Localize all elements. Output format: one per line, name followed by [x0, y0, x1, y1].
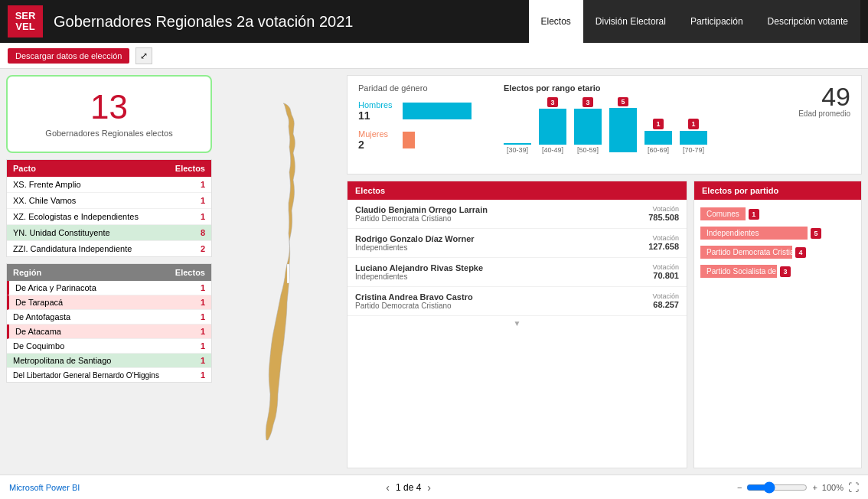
pactos-row-2: XZ. Ecologistas e Independientes 1	[7, 209, 211, 225]
region-header: Región Electos	[7, 264, 211, 281]
electo-name-1: Rodrigo Gonzalo Díaz Worner	[355, 234, 475, 243]
right-panel: Paridad de género Hombres 11 Mujeres 2	[341, 69, 868, 475]
pactos-row-0: XS. Frente Amplio 1	[7, 177, 211, 193]
partido-badge-1: 5	[811, 228, 821, 239]
servel-logo: SER VEL	[8, 5, 43, 38]
partido-badge-0: 1	[749, 209, 759, 220]
download-button[interactable]: Descargar datos de elección	[8, 48, 129, 64]
partido-bar-label-0: Comunes	[706, 210, 739, 218]
mujeres-count: 2	[358, 139, 396, 151]
age-bar-50-59-left: 3 [50-59]	[574, 97, 602, 154]
electo-party-1: Independientes	[355, 243, 475, 252]
electo-votes-label-1: Votación	[648, 234, 679, 242]
partido-badge-3: 3	[780, 266, 791, 277]
age-bar-70-79: 1 [70-79]	[680, 97, 707, 154]
map-panel	[218, 69, 341, 475]
footer: Microsoft Power BI ‹ 1 de 4 › − + 100% ⛶	[0, 475, 868, 499]
age-badge-3: 3	[547, 97, 558, 107]
age-bars: [30-39] 3 [40-49] 3 [50-59]	[504, 97, 782, 166]
avg-section: 49 Edad promedio	[789, 83, 850, 166]
zoom-slider[interactable]	[746, 481, 808, 494]
hombres-count: 11	[358, 109, 396, 122]
avg-number: 49	[789, 83, 850, 109]
gender-section: Paridad de género Hombres 11 Mujeres 2	[358, 83, 496, 166]
left-panel: 13 Gobernadores Regionales electos Pacto…	[0, 69, 218, 475]
main-content: 13 Gobernadores Regionales electos Pacto…	[0, 69, 868, 475]
footer-right: − + 100% ⛶	[737, 481, 859, 494]
region-row-5: Metropolitana de Santiago 1	[7, 354, 211, 368]
mujeres-row: Mujeres 2	[358, 129, 496, 151]
age-bar-60-69: 1 [60-69]	[644, 97, 672, 154]
pactos-header: Pacto Electos	[7, 160, 211, 177]
age-badge-3b: 3	[582, 97, 593, 107]
age-bar-30-39: [30-39]	[504, 97, 531, 154]
electo-party-2: Independientes	[355, 272, 483, 281]
partido-row-0: Comunes 1	[700, 207, 855, 220]
electo-votes-label-3: Votación	[652, 292, 679, 300]
electo-party-0: Partido Democrata Cristiano	[355, 214, 488, 223]
zoom-minus[interactable]: −	[737, 483, 742, 492]
region-row-0: De Arica y Parinacota 1	[7, 281, 211, 295]
electo-votes-1: 127.658	[648, 242, 679, 251]
powerbi-link[interactable]: Microsoft Power BI	[9, 483, 80, 492]
pactos-row-3: YN. Unidad Constituyente 8	[7, 225, 211, 241]
tab-division-electoral[interactable]: División Electoral	[583, 0, 678, 43]
hombres-bar	[403, 103, 472, 119]
electo-item-2: Luciano Alejandro Rivas Stepke Independi…	[348, 258, 687, 287]
age-badge-1b: 1	[688, 119, 699, 129]
electos-header: Electos	[348, 181, 687, 200]
toolbar: Descargar datos de elección ⤢	[0, 43, 868, 69]
top-charts: Paridad de género Hombres 11 Mujeres 2	[347, 75, 862, 174]
age-chart-title: Electos por rango etario	[504, 83, 782, 93]
electo-name-0: Claudio Benjamin Orrego Larrain	[355, 205, 488, 214]
electo-votes-label-0: Votación	[648, 205, 679, 213]
region-row-6: Del Libertador General Bernardo O'Higgin…	[7, 368, 211, 382]
tab-descripcion[interactable]: Descripción votante	[755, 0, 860, 43]
partido-row-1: Independientes 5	[700, 227, 855, 240]
age-bar-40-49: 3 [40-49]	[539, 97, 566, 154]
tab-electos[interactable]: Electos	[529, 0, 583, 43]
fullscreen-icon[interactable]: ⛶	[848, 481, 859, 494]
region-row-1: De Tarapacá 1	[7, 295, 211, 310]
scroll-more: ▼	[348, 316, 687, 331]
prev-page-arrow[interactable]: ‹	[386, 481, 390, 494]
avg-label: Edad promedio	[789, 109, 850, 118]
region-row-2: De Antofagasta 1	[7, 310, 211, 325]
pactos-table: Pacto Electos XS. Frente Amplio 1 XX. Ch…	[6, 159, 212, 257]
electo-party-3: Partido Democrata Cristiano	[355, 302, 473, 310]
electo-votes-2: 70.801	[652, 271, 679, 280]
region-table: Región Electos De Arica y Parinacota 1 D…	[6, 263, 212, 383]
gender-title: Paridad de género	[358, 83, 496, 93]
header: SER VEL Gobernadores Regionales 2a votac…	[0, 0, 868, 43]
electo-item-0: Claudio Benjamin Orrego Larrain Partido …	[348, 200, 687, 229]
electo-votes-label-2: Votación	[652, 263, 679, 271]
big-number-card: 13 Gobernadores Regionales electos	[6, 75, 212, 153]
hombres-row: Hombres 11	[358, 100, 496, 122]
big-number-label: Gobernadores Regionales electos	[21, 129, 197, 138]
page-indicator: 1 de 4	[396, 482, 421, 493]
header-title: Gobernadores Regionales 2a votación 2021	[54, 13, 529, 31]
pactos-row-1: XX. Chile Vamos 1	[7, 193, 211, 209]
region-row-3: De Atacama 1	[7, 325, 211, 339]
electos-panel: Electos Claudio Benjamin Orrego Larrain …	[347, 181, 687, 468]
partido-bar-label-2: Partido Democrata Cristiano	[706, 248, 803, 256]
partido-badge-2: 4	[795, 247, 806, 258]
zoom-plus[interactable]: +	[812, 483, 817, 492]
pagination: ‹ 1 de 4 ›	[386, 481, 431, 494]
partido-panel: Electos por partido Comunes 1 Independie…	[693, 181, 862, 468]
mujeres-label: Mujeres	[358, 129, 396, 139]
bottom-right: Electos Claudio Benjamin Orrego Larrain …	[347, 181, 862, 468]
partido-row-3: Partido Socialista de Chile 3	[700, 265, 855, 278]
electo-votes-0: 785.508	[648, 213, 679, 222]
big-number-value: 13	[21, 90, 197, 124]
next-page-arrow[interactable]: ›	[427, 481, 431, 494]
icon-button[interactable]: ⤢	[135, 47, 152, 64]
age-bar-50-59: 5	[609, 97, 637, 154]
region-row-4: De Coquimbo 1	[7, 339, 211, 354]
tab-participacion[interactable]: Participación	[678, 0, 755, 43]
partido-bars: Comunes 1 Independientes 5 Par	[694, 200, 861, 468]
header-tabs: Electos División Electoral Participación…	[529, 0, 861, 43]
chile-map	[237, 99, 321, 444]
electo-votes-3: 68.257	[652, 300, 679, 309]
electo-item-1: Rodrigo Gonzalo Díaz Worner Independient…	[348, 229, 687, 258]
